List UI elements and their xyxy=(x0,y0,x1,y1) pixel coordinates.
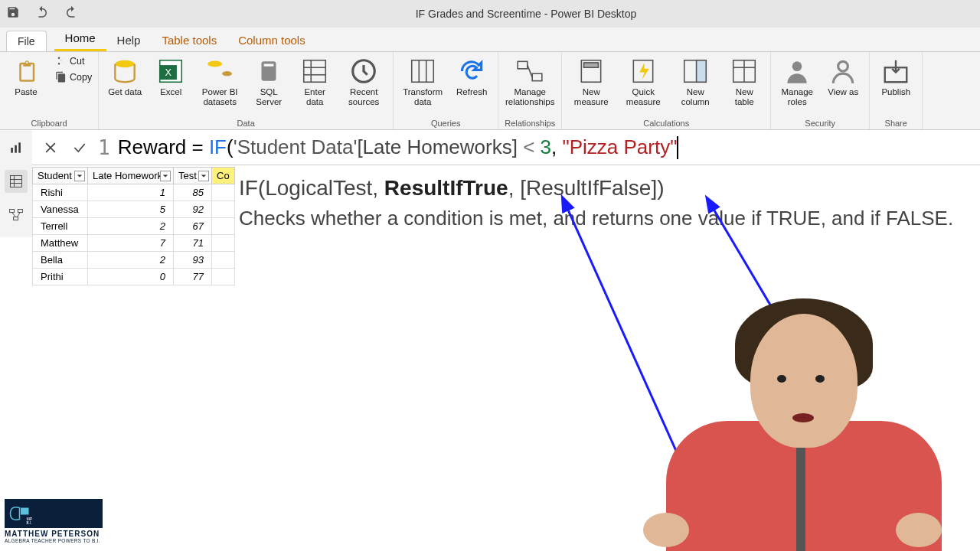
ribbon-group-relationships: Manage relationships Relationships xyxy=(498,52,562,129)
undo-icon[interactable] xyxy=(35,5,49,22)
table-row[interactable]: Matthew771 xyxy=(33,235,235,252)
data-grid: Student Late Homeworks Test Co Rishi185V… xyxy=(32,167,235,285)
formula-bar: 1 Reward = IF('Student Data'[Late Homewo… xyxy=(32,130,980,165)
tab-home[interactable]: Home xyxy=(54,27,106,51)
paste-icon xyxy=(11,57,41,86)
transform-icon xyxy=(408,57,437,86)
copy-button[interactable]: Copy xyxy=(55,71,92,83)
get-data-icon xyxy=(110,57,139,86)
refresh-icon xyxy=(457,57,486,86)
svg-text:B.I.: B.I. xyxy=(27,521,32,525)
formula-input[interactable]: Reward = IF('Student Data'[Late Homework… xyxy=(118,135,980,160)
svg-rect-8 xyxy=(304,60,326,83)
get-data-button[interactable]: Get data xyxy=(105,55,145,99)
tab-column-tools[interactable]: Column tools xyxy=(227,29,316,51)
tab-help[interactable]: Help xyxy=(106,29,152,51)
svg-text:X: X xyxy=(165,67,172,78)
logo-name: MATTHEW PETERSON xyxy=(5,530,103,538)
tab-table-tools[interactable]: Table tools xyxy=(151,29,227,51)
table-row[interactable]: Vanessa592 xyxy=(33,201,235,218)
sql-icon xyxy=(254,57,283,86)
intellisense-tooltip: IF(LogicalTest, ResultIfTrue, [ResultIfF… xyxy=(236,171,980,247)
view-as-icon xyxy=(828,57,858,86)
ribbon-group-queries: Transform data Refresh Queries xyxy=(394,52,498,129)
new-table-button[interactable]: New table xyxy=(724,55,764,108)
table-row[interactable]: Terrell267 xyxy=(33,218,235,235)
svg-point-0 xyxy=(116,60,135,68)
transform-data-button[interactable]: Transform data xyxy=(400,55,446,108)
tooltip-signature: IF(LogicalTest, ResultIfTrue, [ResultIfF… xyxy=(239,176,972,201)
svg-line-18 xyxy=(528,65,532,77)
group-label-queries: Queries xyxy=(431,117,461,128)
new-measure-button[interactable]: New measure xyxy=(568,55,614,108)
report-view-button[interactable] xyxy=(5,136,28,159)
quick-measure-button[interactable]: Quick measure xyxy=(620,55,666,108)
refresh-button[interactable]: Refresh xyxy=(452,55,492,99)
pbi-datasets-button[interactable]: Power BI datasets xyxy=(197,55,243,108)
ribbon-group-security: Manage roles View as Security xyxy=(771,52,870,129)
publish-button[interactable]: Publish xyxy=(876,55,916,99)
group-label-clipboard: Clipboard xyxy=(31,117,67,128)
redo-icon[interactable] xyxy=(64,5,78,22)
paste-button[interactable]: Paste xyxy=(6,55,46,99)
recent-icon xyxy=(349,57,378,86)
new-column-button[interactable]: New column xyxy=(672,55,718,108)
save-icon[interactable] xyxy=(6,5,20,22)
channel-logo: MPB.I. MATTHEW PETERSON ALGEBRA TEACHER … xyxy=(5,499,103,543)
svg-rect-20 xyxy=(584,63,599,67)
title-bar: IF Grades and Screentime - Power BI Desk… xyxy=(0,0,980,28)
svg-rect-46 xyxy=(21,508,29,515)
svg-rect-31 xyxy=(15,145,17,153)
manage-roles-icon xyxy=(782,57,812,86)
svg-rect-33 xyxy=(11,176,22,187)
window-title: IF Grades and Screentime - Power BI Desk… xyxy=(78,8,974,20)
col-header-partial[interactable]: Co xyxy=(212,168,235,184)
recent-sources-button[interactable]: Recent sources xyxy=(341,55,387,108)
svg-rect-30 xyxy=(11,148,13,153)
chevron-down-icon[interactable] xyxy=(198,171,209,181)
table-header-row: Student Late Homeworks Test Co xyxy=(33,168,235,184)
relationships-icon xyxy=(515,57,544,86)
quick-measure-icon xyxy=(629,57,658,86)
formula-commit-button[interactable] xyxy=(69,137,90,158)
svg-line-40 xyxy=(12,213,15,217)
ribbon-group-calculations: New measure Quick measure New column New… xyxy=(562,52,771,129)
enter-data-button[interactable]: Enter data xyxy=(295,55,335,108)
svg-line-41 xyxy=(18,213,20,217)
ribbon-group-clipboard: Paste Cut Copy Clipboard xyxy=(0,52,99,129)
table-row[interactable]: Bella293 xyxy=(33,252,235,269)
chevron-down-icon[interactable] xyxy=(160,171,171,181)
menu-tabs: File Home Help Table tools Column tools xyxy=(0,28,980,52)
col-header-test[interactable]: Test xyxy=(174,168,212,184)
col-header-student[interactable]: Student xyxy=(33,168,88,184)
pbi-datasets-icon xyxy=(205,57,234,86)
ribbon-group-share: Publish Share xyxy=(870,52,923,129)
svg-rect-38 xyxy=(18,210,23,213)
model-view-button[interactable] xyxy=(5,204,28,227)
svg-point-27 xyxy=(792,61,802,71)
manage-relationships-button[interactable]: Manage relationships xyxy=(507,55,553,108)
manage-roles-button[interactable]: Manage roles xyxy=(777,55,817,108)
logo-tagline: ALGEBRA TEACHER POWERS TO B.I. xyxy=(5,538,103,543)
ribbon: Paste Cut Copy Clipboard Get data XExcel… xyxy=(0,52,980,130)
publish-icon xyxy=(881,57,910,86)
data-view-button[interactable] xyxy=(5,170,28,193)
view-rail xyxy=(0,130,32,237)
new-column-icon xyxy=(681,57,710,86)
enter-data-icon xyxy=(300,57,329,86)
excel-button[interactable]: XExcel xyxy=(151,55,191,99)
line-number: 1 xyxy=(98,136,110,159)
tooltip-description: Checks whether a condition is met, and r… xyxy=(239,205,972,232)
col-header-late-homeworks[interactable]: Late Homeworks xyxy=(88,168,174,184)
formula-cancel-button[interactable] xyxy=(40,137,61,158)
svg-rect-32 xyxy=(18,142,21,152)
view-as-button[interactable]: View as xyxy=(823,55,863,99)
chevron-down-icon[interactable] xyxy=(74,171,85,181)
table-row[interactable]: Prithi077 xyxy=(33,269,235,285)
cut-button[interactable]: Cut xyxy=(55,55,92,67)
svg-rect-13 xyxy=(412,60,434,83)
file-menu[interactable]: File xyxy=(6,31,47,51)
sql-server-button[interactable]: SQL Server xyxy=(249,55,289,108)
svg-point-4 xyxy=(207,61,222,67)
table-row[interactable]: Rishi185 xyxy=(33,184,235,201)
